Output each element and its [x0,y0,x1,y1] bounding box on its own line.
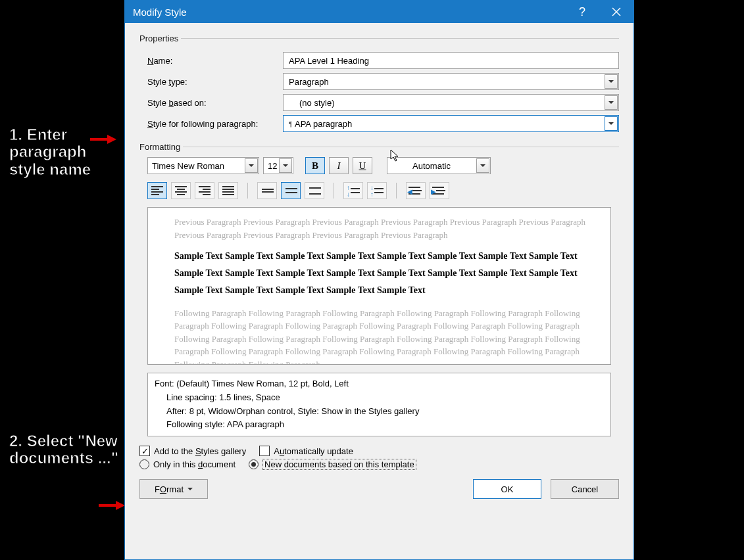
bold-button[interactable]: B [305,157,325,174]
add-to-gallery-label: Add to the Styles gallery [154,446,246,456]
style-following-label: Style for following paragraph: [139,119,283,129]
style-following-dropdown[interactable]: ¶ APA paragraph [283,115,619,132]
style-based-dropdown[interactable]: (no style) [283,94,619,111]
preview-following: Following Paragraph Following Paragraph … [174,307,603,365]
chevron-down-icon [476,158,489,173]
chevron-down-icon [605,116,618,131]
font-family-dropdown[interactable]: Times New Roman [147,157,259,174]
align-justify-button[interactable] [218,182,238,199]
chevron-down-icon [245,158,258,173]
close-button[interactable] [599,1,633,23]
close-icon [612,7,621,16]
spacing-double-icon [309,186,320,195]
new-documents-label: New documents based on this template [262,459,416,470]
align-left-button[interactable] [147,182,167,199]
add-to-gallery-checkbox[interactable]: ✓ [139,446,150,456]
preview-sample: Sample Text Sample Text Sample Text Samp… [174,248,603,299]
format-button[interactable]: FOrmat [139,479,208,499]
annotation-arrow-2 [99,501,126,510]
pilcrow-icon: ¶ [289,120,292,128]
properties-legend: Properties [139,34,181,43]
space-after-icon: ↓↑ [370,185,384,196]
align-justify-icon [222,186,234,195]
dialog-title: Modify Style [133,7,565,18]
style-type-dropdown[interactable]: Paragraph [283,73,619,90]
titlebar[interactable]: Modify Style ? [125,1,633,23]
name-label: Name: [139,56,283,66]
spacing-double-button[interactable] [305,182,324,199]
help-button[interactable]: ? [565,1,599,23]
decrease-indent-icon: ◀ [409,185,423,196]
style-based-label: Style based on: [139,98,283,108]
underline-button[interactable]: U [353,157,372,174]
align-center-icon [175,186,187,195]
modify-style-dialog: Modify Style ? Properties Name: Style ty… [124,0,634,560]
style-description: Font: (Default) Times New Roman, 12 pt, … [147,373,611,436]
spacing-single-button[interactable] [257,182,277,199]
spacing-15-icon [285,187,297,195]
desc-line-3: After: 8 pt, Widow/Orphan control, Style… [155,405,604,419]
properties-section: Properties Name: Style type: Paragraph S… [139,34,619,135]
annotation-step-2: 2. Select "New documents ..." [9,432,121,467]
chevron-down-icon [605,74,618,89]
auto-update-checkbox[interactable] [259,446,270,456]
annotation-step-1: 1. Enter paragraph style name [9,126,121,178]
space-before-button[interactable]: ↑↓ [343,182,363,199]
font-size-dropdown[interactable]: 12 [263,157,293,174]
spacing-single-icon [261,187,273,194]
annotation-arrow-1 [90,135,118,144]
desc-line-2: Line spacing: 1.5 lines, Space [155,391,604,405]
decrease-indent-button[interactable]: ◀ [406,182,426,199]
separator [396,183,397,198]
align-center-button[interactable] [171,182,191,199]
separator [334,183,334,198]
chevron-down-icon [605,95,618,110]
name-input[interactable] [283,52,619,69]
desc-line-1: Font: (Default) Times New Roman, 12 pt, … [155,377,604,391]
style-type-label: Style type: [139,77,283,87]
align-right-icon [199,186,211,195]
italic-button[interactable]: I [329,157,349,174]
increase-indent-button[interactable]: ▶ [430,182,449,199]
only-in-document-radio[interactable] [139,459,149,469]
space-after-button[interactable]: ↓↑ [367,182,387,199]
chevron-down-icon [187,488,193,490]
separator [247,183,248,198]
increase-indent-icon: ▶ [432,185,447,196]
formatting-section: Formatting Times New Roman 12 B I U Auto… [139,142,619,436]
ok-button[interactable]: OK [473,479,541,499]
align-left-icon [151,186,163,195]
new-documents-radio[interactable] [249,459,259,469]
only-in-document-label: Only in this document [153,459,236,469]
spacing-15-button[interactable] [281,182,301,199]
formatting-legend: Formatting [139,142,183,152]
font-color-dropdown[interactable]: Automatic [387,157,491,174]
align-right-button[interactable] [195,182,214,199]
chevron-down-icon [279,158,292,173]
cancel-button[interactable]: Cancel [551,479,619,499]
preview-box: Previous Paragraph Previous Paragraph Pr… [147,207,611,365]
auto-update-label: Automatically update [274,446,353,456]
space-before-icon: ↑↓ [347,185,360,196]
desc-line-4: Following style: APA paragraph [155,418,604,432]
preview-previous: Previous Paragraph Previous Paragraph Pr… [174,216,603,241]
